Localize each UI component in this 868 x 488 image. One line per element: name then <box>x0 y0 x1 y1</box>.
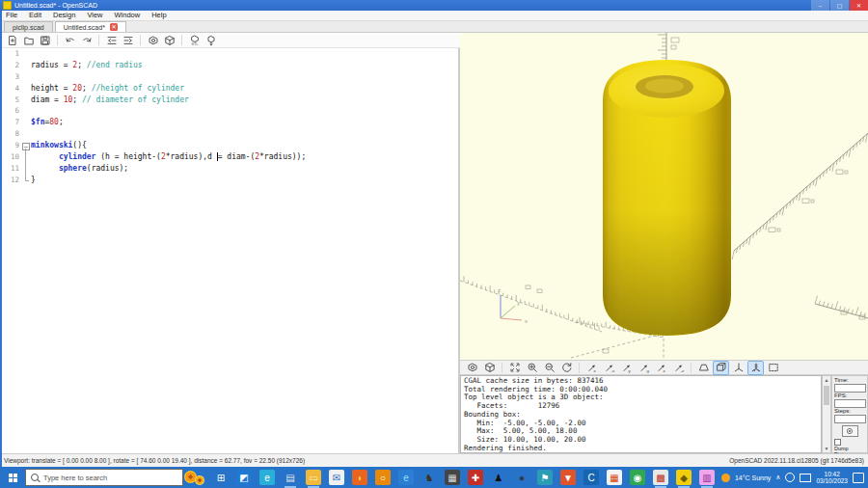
office-app-icon[interactable]: ▦ <box>607 470 622 485</box>
preview-icon[interactable] <box>146 34 160 46</box>
view-bottom-icon[interactable]: -z <box>670 361 687 375</box>
menu-item-window[interactable]: Window <box>109 11 147 20</box>
indent-icon[interactable] <box>121 34 135 46</box>
search-highlight-image[interactable] <box>183 468 206 487</box>
start-button[interactable] <box>0 467 25 488</box>
fold-column[interactable] <box>21 117 31 128</box>
tab-close-icon[interactable]: ✕ <box>110 23 118 31</box>
fold-column[interactable] <box>21 175 31 186</box>
fold-column[interactable] <box>21 83 31 95</box>
orthogonal-icon[interactable] <box>713 361 729 375</box>
code-editor[interactable]: 12radius = 2; //end radius34height = 20;… <box>0 48 460 453</box>
cylinder-model[interactable] <box>603 60 731 336</box>
firefox-browser-icon[interactable]: ◗ <box>352 470 367 485</box>
fold-column[interactable] <box>21 48 31 60</box>
redo-icon[interactable] <box>79 34 94 46</box>
menu-item-view[interactable]: View <box>81 11 108 20</box>
weather-sun-icon[interactable] <box>721 474 730 482</box>
animate-record-button[interactable] <box>842 425 858 437</box>
reset-view-icon[interactable] <box>558 361 575 375</box>
unindent-icon[interactable] <box>104 34 119 46</box>
brave-browser-icon[interactable]: ▼ <box>560 470 576 485</box>
editor-line: 6 <box>0 105 458 117</box>
preview-icon[interactable] <box>464 361 480 375</box>
menu-item-edit[interactable]: Edit <box>23 11 47 20</box>
cura-app-icon[interactable]: C <box>583 470 599 485</box>
taskbar-clock[interactable]: 10:42 03/10/2023 <box>816 471 848 485</box>
notification-center-icon[interactable] <box>853 473 864 483</box>
console-scrollbar[interactable]: ▲ ▼ <box>822 375 831 453</box>
fold-column[interactable] <box>21 151 31 163</box>
fold-column[interactable] <box>21 105 31 117</box>
internet-explorer-icon[interactable]: e <box>398 470 414 485</box>
dump-pictures-checkbox[interactable] <box>834 439 841 446</box>
steps-input[interactable] <box>834 415 866 423</box>
flag-app-icon[interactable]: ⚑ <box>537 470 553 485</box>
fold-toggle-icon[interactable]: – <box>22 143 30 150</box>
display-tray-icon[interactable] <box>800 474 811 482</box>
openscad-app-icon[interactable]: ◆ <box>676 470 692 485</box>
folders-app-icon[interactable]: ▤ <box>283 470 298 485</box>
fold-column[interactable] <box>21 60 31 71</box>
edge-browser-icon[interactable]: e <box>259 470 275 485</box>
close-button[interactable]: ✕ <box>850 0 868 11</box>
task-view-icon[interactable]: ⊞ <box>213 470 229 485</box>
menu-item-design[interactable]: Design <box>47 11 81 20</box>
view-top-icon[interactable]: z <box>653 361 669 375</box>
weather-text[interactable]: 14°C Sunny <box>735 474 771 481</box>
fold-column[interactable] <box>21 95 31 106</box>
tray-expand-icon[interactable]: ∧ <box>775 474 780 481</box>
zoom-in-icon[interactable] <box>524 361 540 375</box>
view-front-icon[interactable]: y <box>618 361 635 375</box>
fold-column[interactable] <box>21 163 31 175</box>
menu-item-file[interactable]: File <box>0 11 23 20</box>
media-app-icon[interactable]: ▥ <box>699 470 715 485</box>
zoom-all-icon[interactable] <box>506 361 523 375</box>
scroll-down-icon[interactable]: ▼ <box>825 445 829 452</box>
tray-app-icon[interactable] <box>785 473 795 482</box>
view-right-icon[interactable]: x <box>583 361 600 375</box>
green-app-icon[interactable]: ◉ <box>630 470 645 485</box>
black-app-icon[interactable]: ♟ <box>491 470 506 485</box>
viewport-3d[interactable]: z y x <box>460 33 868 360</box>
search-tool-icon[interactable]: ○ <box>375 470 391 485</box>
perspective-icon[interactable] <box>695 361 712 375</box>
print-3d-icon[interactable] <box>203 34 218 46</box>
fps-input[interactable] <box>834 399 866 408</box>
export-stl-icon[interactable]: STL <box>187 34 202 46</box>
render-icon[interactable] <box>481 361 498 375</box>
view-left-icon[interactable]: -x <box>601 361 617 375</box>
globe-app-icon[interactable]: ● <box>514 470 529 485</box>
menu-item-help[interactable]: Help <box>146 11 172 20</box>
paint-app-icon[interactable]: ▩ <box>653 470 668 485</box>
minimize-button[interactable]: – <box>811 0 829 11</box>
open-file-icon[interactable] <box>21 34 36 46</box>
maximize-button[interactable]: ▢ <box>830 0 849 11</box>
show-scale-markers-icon[interactable] <box>747 361 764 375</box>
view-back-icon[interactable]: -y <box>636 361 652 375</box>
red-app-icon[interactable]: ✚ <box>468 470 483 485</box>
console-output[interactable]: CGAL cache size in bytes: 837416Total re… <box>460 375 822 453</box>
file-explorer-icon[interactable]: ▭ <box>306 470 321 485</box>
render-icon[interactable] <box>162 34 176 46</box>
view-all-icon[interactable] <box>765 361 781 375</box>
scrollbar-thumb[interactable] <box>824 386 829 405</box>
fold-column[interactable] <box>21 71 31 83</box>
tab-label: Untitled.scad* <box>64 24 105 31</box>
photos-app-icon[interactable]: ◩ <box>236 470 252 485</box>
fold-column[interactable]: – <box>21 140 31 151</box>
editor-tab[interactable]: piclip.scad <box>4 21 53 32</box>
dog-app-icon[interactable]: ♞ <box>421 470 437 485</box>
scroll-up-icon[interactable]: ▲ <box>825 376 829 384</box>
search-input[interactable]: Type here to search <box>25 469 183 486</box>
editor-tab[interactable]: Untitled.scad*✕ <box>55 21 126 32</box>
zoom-out-icon[interactable] <box>541 361 557 375</box>
fold-column[interactable] <box>21 128 31 140</box>
calculator-app-icon[interactable]: ▦ <box>445 470 460 485</box>
undo-icon[interactable] <box>63 34 77 46</box>
time-input[interactable] <box>834 384 866 393</box>
show-axes-icon[interactable] <box>730 361 746 375</box>
mail-app-icon[interactable]: ✉ <box>329 470 344 485</box>
save-icon[interactable] <box>38 34 52 46</box>
new-file-icon[interactable] <box>5 34 19 46</box>
